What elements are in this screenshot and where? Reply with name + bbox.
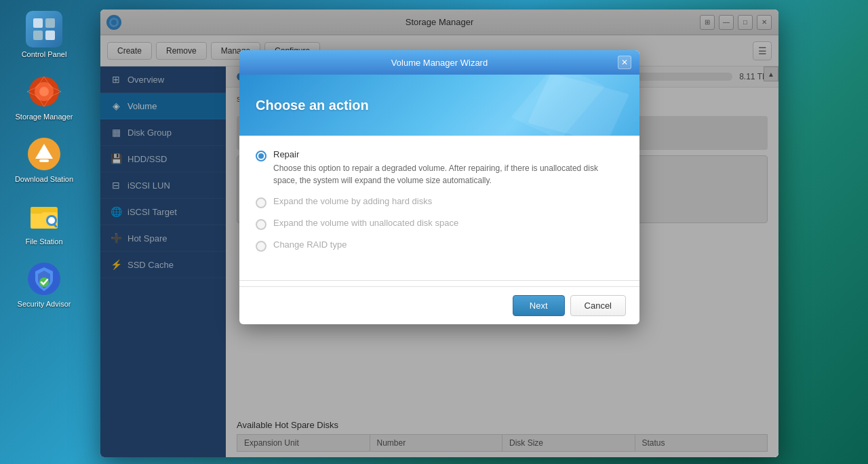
radio-option-expand-add[interactable]: Expand the volume by adding hard disks	[256, 196, 623, 208]
expand-unalloc-label: Expand the volume with unallocated disk …	[273, 218, 458, 228]
desktop: Control Panel Storage Manager	[0, 0, 868, 464]
storage-manager-icon	[26, 73, 62, 110]
file-station-label: File Station	[25, 237, 62, 246]
security-advisor-icon	[26, 260, 62, 297]
svg-point-6	[39, 87, 49, 96]
radio-expand-add[interactable]	[256, 197, 267, 208]
radio-expand-unalloc[interactable]	[256, 219, 267, 230]
desktop-icon-file-station[interactable]: File Station	[10, 194, 78, 250]
app-window: Storage Manager ⊞ — □ ✕ Create Remove Ma…	[100, 9, 778, 457]
next-button[interactable]: Next	[513, 295, 565, 316]
svg-rect-2	[33, 31, 43, 40]
modal-close-button[interactable]: ✕	[618, 56, 631, 69]
svg-rect-9	[39, 159, 49, 162]
repair-option-group: Repair Choose this option to repair a de…	[273, 149, 623, 187]
modal-overlay: Volume Manager Wizard ✕ Choose an action…	[100, 9, 778, 457]
modal-body: Repair Choose this option to repair a de…	[239, 136, 639, 275]
repair-desc: Choose this option to repair a degraded …	[273, 162, 623, 187]
change-raid-label: Change RAID type	[273, 239, 347, 250]
control-panel-label: Control Panel	[22, 50, 67, 58]
volume-manager-wizard-modal: Volume Manager Wizard ✕ Choose an action…	[239, 50, 639, 324]
storage-manager-label: Storage Manager	[16, 113, 73, 121]
modal-title: Volume Manager Wizard	[261, 58, 618, 68]
svg-rect-3	[45, 31, 55, 40]
svg-rect-12	[31, 207, 43, 214]
modal-footer: Next Cancel	[239, 286, 639, 324]
file-station-icon	[26, 198, 62, 235]
expand-add-label: Expand the volume by adding hard disks	[273, 196, 432, 206]
svg-point-14	[48, 217, 55, 224]
modal-banner-title: Choose an action	[256, 98, 369, 113]
cancel-button[interactable]: Cancel	[570, 295, 626, 316]
radio-repair[interactable]	[256, 151, 267, 161]
control-panel-icon	[26, 11, 62, 47]
radio-option-change-raid[interactable]: Change RAID type	[256, 239, 623, 252]
radio-option-repair[interactable]: Repair Choose this option to repair a de…	[256, 149, 623, 187]
desktop-icon-area: Control Panel Storage Manager	[0, 0, 88, 464]
download-station-icon	[26, 136, 62, 172]
radio-change-raid[interactable]	[256, 241, 267, 252]
desktop-icon-download-station[interactable]: Download Station	[10, 132, 78, 187]
modal-titlebar: Volume Manager Wizard ✕	[239, 50, 639, 75]
modal-banner: Choose an action	[239, 75, 639, 136]
desktop-icon-storage-manager[interactable]: Storage Manager	[10, 69, 78, 125]
download-station-label: Download Station	[15, 175, 73, 183]
svg-rect-1	[45, 18, 55, 28]
radio-option-expand-unalloc[interactable]: Expand the volume with unallocated disk …	[256, 218, 623, 230]
desktop-icon-security-advisor[interactable]: Security Advisor	[10, 256, 78, 312]
modal-divider	[239, 280, 639, 281]
security-advisor-label: Security Advisor	[18, 300, 71, 308]
svg-rect-0	[33, 18, 43, 28]
desktop-icon-control-panel[interactable]: Control Panel	[10, 7, 78, 62]
repair-label: Repair	[273, 149, 623, 159]
